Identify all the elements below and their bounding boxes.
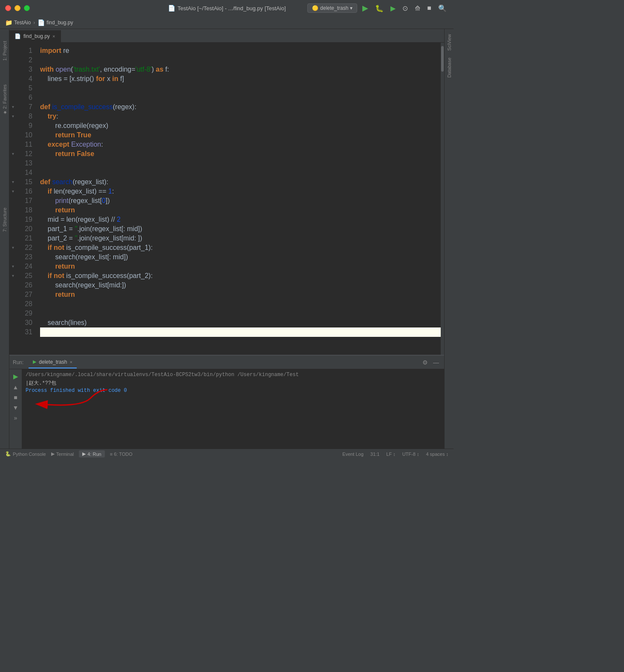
fold-icon — [9, 281, 16, 290]
traffic-lights — [5, 5, 30, 11]
bottom-tab-run[interactable]: ▶ delete_trash × — [29, 356, 76, 368]
line-number: 23 — [16, 252, 37, 262]
fold-icon — [9, 168, 16, 177]
fold-icon[interactable]: ▾ — [9, 149, 16, 159]
expand-button[interactable]: » — [12, 414, 19, 422]
bottom-tabs: 🐍 Python Console ▶ Terminal ▶ 4: Run ≡ 6… — [5, 450, 364, 458]
code-line: if not is_compile_success(part_2): — [40, 271, 441, 281]
database-panel[interactable]: Database — [446, 54, 453, 81]
fold-icon — [9, 74, 16, 84]
toolbar: 🟡 delete_trash ▾ ▶ 🐛 ▶ ⊙ ⟰ ■ 🔍 — [307, 3, 448, 14]
search-button[interactable]: 🔍 — [436, 3, 448, 13]
code-line: except Exception: — [40, 140, 441, 149]
fold-icon[interactable]: ▾ — [9, 177, 16, 187]
fold-icon — [9, 309, 16, 318]
run-button[interactable]: ▶ — [361, 3, 370, 14]
editor-tab-active[interactable]: 📄 find_bug.py × — [9, 30, 61, 42]
line-number: 19 — [16, 215, 37, 224]
favorites-panel[interactable]: ★2: Favorites — [1, 81, 8, 119]
todo-tab[interactable]: ≡ 6: TODO — [110, 452, 133, 457]
file-icon: 📄 — [168, 5, 175, 12]
code-line: part_1 = ''.join(regex_list[: mid]) — [40, 224, 441, 234]
scrollbar-thumb[interactable] — [441, 46, 444, 72]
code-line: with open('trash.txt', encoding='utf-8')… — [40, 65, 441, 74]
fold-icon — [9, 234, 16, 243]
stop-run-button[interactable]: ■ — [12, 393, 19, 402]
code-line: return — [40, 290, 441, 299]
breadcrumb: 📁 TestAio › 📄 find_bug.py — [0, 16, 454, 29]
terminal-tab[interactable]: ▶ Terminal — [51, 451, 74, 457]
line-number: 11 — [16, 140, 37, 149]
editor-container: 📄 find_bug.py × ▾▾▾▾▾▾▾▾ 123456789101112… — [9, 29, 444, 355]
line-number: 21 — [16, 234, 37, 243]
profile-button[interactable]: ⊙ — [401, 3, 410, 13]
minimize-panel-button[interactable]: — — [431, 358, 441, 367]
cursor-position[interactable]: 31:1 — [370, 452, 379, 457]
fold-icon — [9, 299, 16, 309]
maximize-button[interactable] — [24, 5, 30, 11]
line-number: 24 — [16, 262, 37, 271]
event-log-tab[interactable]: Event Log — [342, 452, 364, 457]
code-line — [40, 159, 441, 168]
line-numbers: 1234567891011121314151617181920212223242… — [16, 43, 37, 355]
fold-gutter: ▾▾▾▾▾▾▾▾ — [9, 43, 16, 355]
structure-panel[interactable]: 7: Structure — [1, 204, 8, 235]
tab-close-button[interactable]: × — [52, 34, 55, 39]
fold-icon[interactable]: ▾ — [9, 262, 16, 271]
code-line: print(regex_list[0]) — [40, 196, 441, 206]
run-tab-active[interactable]: ▶ 4: Run — [79, 450, 104, 458]
fold-icon[interactable]: ▾ — [9, 102, 16, 112]
close-button[interactable] — [5, 5, 11, 11]
fold-icon — [9, 327, 16, 337]
python-console-tab[interactable]: 🐍 Python Console — [5, 451, 46, 457]
sciview-panel[interactable]: SciView — [446, 31, 453, 54]
title-bar: 📄 TestAio [~/TestAio] - .../find_bug.py … — [0, 0, 454, 16]
breadcrumb-file[interactable]: 📄 find_bug.py — [38, 19, 73, 26]
bottom-panel: Run: ▶ delete_trash × ⚙ — ▶ — [9, 355, 444, 449]
breadcrumb-project[interactable]: 📁 TestAio — [5, 19, 31, 26]
line-separator[interactable]: LF ↕ — [386, 452, 395, 457]
code-line: if not is_compile_success(part_1): — [40, 243, 441, 252]
line-number: 30 — [16, 318, 37, 327]
fold-icon[interactable]: ▾ — [9, 243, 16, 252]
line-number: 6 — [16, 93, 37, 102]
fold-icon — [9, 290, 16, 299]
scroll-down-button[interactable]: ▼ — [11, 403, 20, 412]
scroll-up-button[interactable]: ▲ — [11, 383, 20, 391]
line-number: 9 — [16, 121, 37, 130]
line-number: 28 — [16, 299, 37, 309]
fold-icon[interactable]: ▾ — [9, 271, 16, 281]
code-line — [40, 327, 441, 337]
scrollbar[interactable] — [441, 43, 444, 355]
bottom-tab-actions: ⚙ — — [421, 358, 441, 367]
indent-status[interactable]: 4 spaces ↕ — [426, 452, 448, 457]
line-number: 22 — [16, 243, 37, 252]
code-line: def is_compile_success(regex): — [40, 102, 441, 112]
code-line: part_2 = ''.join(regex_list[mid: ]) — [40, 234, 441, 243]
line-number: 1 — [16, 46, 37, 55]
fold-icon — [9, 46, 16, 55]
run-config-button[interactable]: 🟡 delete_trash ▾ — [307, 3, 357, 13]
minimize-button[interactable] — [14, 5, 20, 11]
code-line — [40, 84, 441, 93]
concurrency-button[interactable]: ⟰ — [413, 3, 422, 13]
stop-button[interactable]: ■ — [425, 3, 433, 13]
code-editor[interactable]: ▾▾▾▾▾▾▾▾ 1234567891011121314151617181920… — [9, 43, 444, 355]
encoding-status[interactable]: UTF-8 ↕ — [402, 452, 419, 457]
line-number: 5 — [16, 84, 37, 93]
settings-icon[interactable]: ⚙ — [421, 358, 430, 367]
code-line — [40, 168, 441, 177]
fold-icon — [9, 196, 16, 206]
code-line: lines = [x.strip() for x in f] — [40, 74, 441, 84]
project-panel[interactable]: 1: Project — [1, 38, 8, 64]
fold-icon[interactable]: ▾ — [9, 187, 16, 196]
fold-icon — [9, 252, 16, 262]
code-content[interactable]: import re with open('trash.txt', encodin… — [37, 43, 441, 355]
run-again-button[interactable]: ▶ — [12, 372, 20, 381]
fold-icon[interactable]: ▾ — [9, 112, 16, 121]
debug-button[interactable]: 🐛 — [373, 3, 385, 13]
line-number: 15 — [16, 177, 37, 187]
run-coverage-button[interactable]: ▶ — [389, 3, 397, 13]
line-number: 26 — [16, 281, 37, 290]
fold-icon — [9, 65, 16, 74]
